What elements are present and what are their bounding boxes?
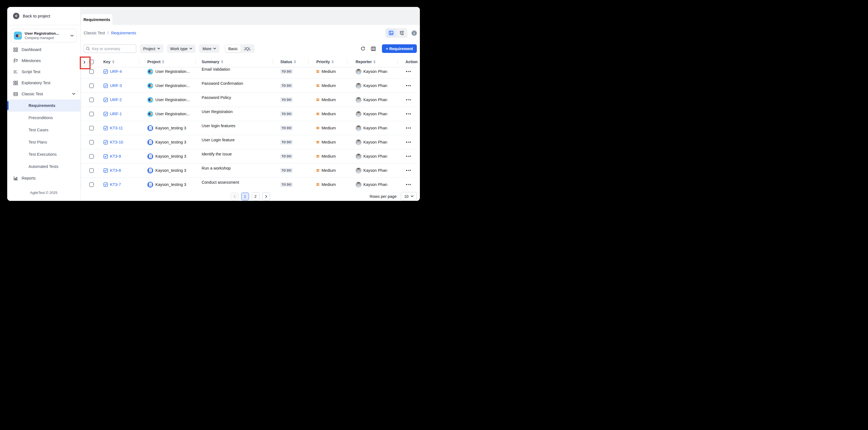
search-input[interactable] xyxy=(84,44,136,53)
column-header-reporter[interactable]: Reporter xyxy=(347,57,397,67)
reporter-avatar xyxy=(355,97,362,103)
tree-view-button[interactable] xyxy=(397,29,407,37)
row-actions-button[interactable] xyxy=(405,183,411,186)
table-row: URF-4 + User Registration... Email Valid… xyxy=(81,67,417,79)
issue-key-link[interactable]: KT3-9 xyxy=(110,154,121,158)
sort-icon xyxy=(162,60,164,63)
page-button-2[interactable]: 2 xyxy=(252,192,259,200)
sidebar-item-milestones[interactable]: Milestones xyxy=(7,55,80,66)
project-name: User Registration... xyxy=(155,83,190,88)
app-window: Back to project + User Registration... C… xyxy=(7,7,420,201)
row-actions-button[interactable] xyxy=(405,141,411,144)
reporter-avatar xyxy=(355,182,362,188)
tab-requirements[interactable]: Requirements xyxy=(81,14,113,25)
rows-per-page-select[interactable]: 10 xyxy=(401,192,417,201)
row-checkbox[interactable] xyxy=(89,168,94,173)
back-to-project-button[interactable]: Back to project xyxy=(7,7,80,25)
row-checkbox[interactable] xyxy=(89,112,94,116)
page-button-1[interactable]: 1 xyxy=(241,192,249,200)
issue-key-link[interactable]: KT3-10 xyxy=(110,140,123,144)
issue-key-link[interactable]: URF-1 xyxy=(110,112,122,116)
table-row: KT3-7 Kayson_testing 3 Conduct assessmen… xyxy=(81,178,417,189)
mode-basic[interactable]: Basic xyxy=(225,45,241,52)
sidebar-nav: Dashboard Milestones Script Test xyxy=(7,44,80,184)
breadcrumb-classic-test[interactable]: Classic Test xyxy=(84,31,105,35)
next-page-button[interactable] xyxy=(262,192,270,200)
sidebar-item-exploratory-test[interactable]: Exploratory Test xyxy=(7,77,80,88)
column-header-key[interactable]: Key xyxy=(99,57,139,67)
refresh-icon xyxy=(361,46,365,51)
project-switcher[interactable]: + User Registration... Company-managed xyxy=(11,29,77,42)
reporter-avatar xyxy=(355,83,362,89)
info-button[interactable] xyxy=(411,30,417,36)
add-requirement-button[interactable]: + Requirement xyxy=(382,44,417,53)
column-header-priority[interactable]: Priority xyxy=(309,57,347,67)
column-header-project[interactable]: Project xyxy=(139,57,195,67)
chevron-right-icon xyxy=(83,61,86,64)
work-type-filter-button[interactable]: Work type xyxy=(167,44,196,53)
row-actions-button[interactable] xyxy=(405,155,411,158)
sidebar-subitem-test-executions[interactable]: Test Executions xyxy=(7,148,80,160)
priority-medium-icon xyxy=(316,155,319,158)
row-actions-button[interactable] xyxy=(405,84,411,87)
sort-icon xyxy=(294,60,296,63)
sidebar-item-dashboard[interactable]: Dashboard xyxy=(7,44,80,55)
sidebar-item-script-test[interactable]: Script Test xyxy=(7,66,80,77)
sidebar-subitem-automated-tests[interactable]: Automated Tests xyxy=(7,160,80,173)
issue-key-link[interactable]: KT3-7 xyxy=(110,182,121,187)
row-checkbox[interactable] xyxy=(89,97,94,102)
row-checkbox[interactable] xyxy=(89,182,94,187)
column-header-status[interactable]: Status xyxy=(273,57,309,67)
sidebar-item-label: Dashboard xyxy=(22,48,75,52)
columns-button[interactable] xyxy=(370,45,377,52)
priority-medium-icon xyxy=(316,99,319,101)
grid-icon xyxy=(13,47,18,52)
view-toggle xyxy=(385,28,407,38)
sidebar-subitem-requirements[interactable]: Requirements xyxy=(7,99,80,112)
project-avatar: + xyxy=(147,97,153,103)
issue-key-link[interactable]: URF-2 xyxy=(110,97,122,102)
panel-view-button[interactable] xyxy=(386,29,396,37)
row-actions-button[interactable] xyxy=(405,70,411,73)
row-actions-button[interactable] xyxy=(405,169,411,172)
select-all-checkbox[interactable] xyxy=(89,60,94,64)
chevron-left-icon xyxy=(234,195,236,198)
row-checkbox[interactable] xyxy=(89,140,94,145)
sidebar-item-classic-test[interactable]: Classic Test xyxy=(7,88,80,99)
sidebar-subitem-test-plans[interactable]: Test Plans xyxy=(7,136,80,148)
mode-jql[interactable]: JQL xyxy=(241,45,254,52)
pagination: 12 xyxy=(231,192,270,200)
row-checkbox[interactable] xyxy=(89,126,94,130)
refresh-button[interactable] xyxy=(360,45,366,52)
status-badge: TO DO xyxy=(280,69,293,74)
sidebar-subitem-preconditions[interactable]: Preconditions xyxy=(7,112,80,124)
project-avatar: + xyxy=(147,69,153,74)
table-row: KT3-10 Kayson_testing 3 User Login featu… xyxy=(81,135,417,149)
reporter-name: Kayson Phan xyxy=(363,112,387,116)
row-checkbox[interactable] xyxy=(89,69,94,74)
reporter-name: Kayson Phan xyxy=(363,168,387,173)
column-header-summary[interactable]: Summary xyxy=(195,57,273,67)
row-actions-button[interactable] xyxy=(405,112,411,116)
prev-page-button[interactable] xyxy=(231,192,239,200)
issue-key-link[interactable]: KT3-11 xyxy=(110,126,123,130)
reporter-avatar xyxy=(355,111,362,117)
chevron-down-icon xyxy=(72,93,75,95)
project-filter-button[interactable]: Project xyxy=(140,44,163,53)
table-header: Key Project Summary Status Priority Repo… xyxy=(81,57,417,67)
priority-medium-icon xyxy=(316,113,319,115)
reporter-avatar xyxy=(355,153,362,159)
row-actions-button[interactable] xyxy=(405,126,411,130)
row-checkbox[interactable] xyxy=(89,154,94,159)
issue-key-link[interactable]: KT3-8 xyxy=(110,168,121,173)
issue-key-link[interactable]: URF-3 xyxy=(110,83,122,88)
sort-icon xyxy=(332,60,334,63)
row-checkbox[interactable] xyxy=(89,83,94,88)
sidebar-item-reports[interactable]: Reports xyxy=(7,173,80,184)
sidebar: Back to project + User Registration... C… xyxy=(7,7,81,201)
issue-key-link[interactable]: URF-4 xyxy=(110,69,122,74)
more-filter-button[interactable]: More xyxy=(199,44,219,53)
breadcrumb-requirements[interactable]: Requirements xyxy=(111,31,136,35)
sidebar-subitem-test-cases[interactable]: Test Cases xyxy=(7,124,80,136)
row-actions-button[interactable] xyxy=(405,98,411,101)
